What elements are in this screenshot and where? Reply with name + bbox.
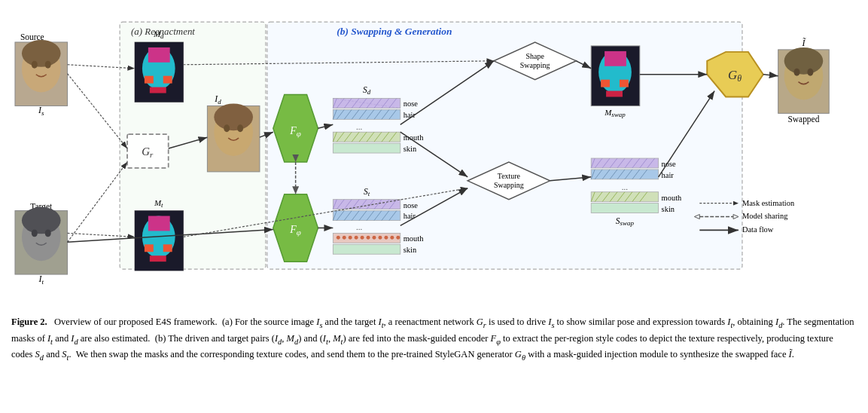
svg-point-109 <box>337 236 340 240</box>
svg-line-90 <box>359 200 367 210</box>
diagram: (a) Reenactment (b) Swapping & Generatio… <box>11 8 857 309</box>
svg-point-28 <box>142 216 175 259</box>
svg-line-139 <box>595 158 602 168</box>
svg-line-63 <box>352 109 359 119</box>
svg-line-66 <box>374 109 382 119</box>
svg-rect-121 <box>333 244 400 254</box>
svg-text:Swapping: Swapping <box>520 61 550 69</box>
svg-text:hair: hair <box>662 171 675 179</box>
svg-marker-42 <box>273 95 318 162</box>
svg-text:...: ... <box>356 122 362 131</box>
svg-rect-21 <box>148 47 170 63</box>
svg-rect-24 <box>150 87 166 93</box>
svg-line-104 <box>382 211 389 221</box>
svg-line-102 <box>367 211 374 221</box>
svg-rect-27 <box>135 211 184 271</box>
svg-line-191 <box>318 124 333 128</box>
svg-line-72 <box>333 132 337 142</box>
svg-point-111 <box>349 236 352 240</box>
svg-text:Mask estimation: Mask estimation <box>742 199 795 207</box>
svg-text:Sd: Sd <box>363 85 371 96</box>
svg-text:hair: hair <box>404 212 416 220</box>
svg-line-185 <box>68 162 128 242</box>
svg-line-55 <box>374 98 382 108</box>
svg-rect-132 <box>605 51 626 66</box>
svg-line-103 <box>374 211 382 221</box>
svg-line-68 <box>389 109 397 119</box>
svg-line-138 <box>591 158 595 168</box>
svg-point-131 <box>598 51 632 93</box>
svg-text:Texture: Texture <box>498 172 521 180</box>
svg-point-38 <box>237 124 243 132</box>
svg-marker-207 <box>694 215 699 219</box>
svg-line-53 <box>359 98 367 108</box>
svg-text:(a) Reenactment: (a) Reenactment <box>131 26 195 37</box>
svg-line-162 <box>602 192 610 202</box>
caption-figure-label: Figure 2. <box>11 317 47 327</box>
svg-line-146 <box>647 158 655 168</box>
svg-line-49 <box>333 98 337 108</box>
svg-line-164 <box>617 192 625 202</box>
svg-text:Swapped: Swapped <box>788 115 820 124</box>
svg-line-51 <box>344 98 352 108</box>
svg-line-91 <box>367 200 374 210</box>
svg-rect-59 <box>333 109 400 119</box>
svg-rect-29 <box>148 216 170 231</box>
svg-line-199 <box>550 177 592 181</box>
svg-text:Mt: Mt <box>154 198 163 209</box>
svg-point-112 <box>355 236 358 240</box>
svg-rect-26 <box>135 211 184 271</box>
svg-line-186 <box>169 137 208 148</box>
svg-line-48 <box>333 98 400 108</box>
svg-marker-44 <box>273 194 318 262</box>
svg-line-166 <box>632 192 640 202</box>
svg-marker-204 <box>733 201 739 206</box>
svg-line-153 <box>617 170 625 179</box>
svg-line-190 <box>68 229 273 242</box>
svg-point-114 <box>367 236 370 240</box>
svg-point-20 <box>142 47 175 90</box>
svg-line-194 <box>184 188 468 237</box>
svg-rect-134 <box>620 80 629 87</box>
caption-text: Overview of our proposed E4S framework. … <box>11 317 854 359</box>
svg-text:Md: Md <box>153 29 164 40</box>
svg-rect-174 <box>778 50 830 113</box>
svg-line-142 <box>617 158 625 168</box>
svg-point-16 <box>45 229 51 237</box>
svg-line-105 <box>389 211 397 221</box>
svg-line-61 <box>337 109 344 119</box>
svg-line-88 <box>344 200 352 210</box>
svg-rect-23 <box>163 76 172 84</box>
svg-line-189 <box>260 132 273 137</box>
svg-line-98 <box>337 211 344 221</box>
svg-rect-40 <box>127 134 169 168</box>
svg-text:Model sharing: Model sharing <box>742 212 788 220</box>
svg-text:Data flow: Data flow <box>742 225 774 234</box>
svg-rect-12 <box>15 211 68 274</box>
svg-line-155 <box>632 170 640 179</box>
svg-rect-130 <box>591 46 640 106</box>
svg-line-184 <box>68 74 128 148</box>
svg-text:nose: nose <box>662 160 676 168</box>
svg-text:skin: skin <box>662 205 675 213</box>
svg-line-143 <box>625 158 632 168</box>
svg-line-99 <box>344 211 352 221</box>
svg-rect-96 <box>333 211 400 221</box>
svg-line-140 <box>602 158 610 168</box>
svg-rect-19 <box>135 42 184 102</box>
svg-line-161 <box>595 192 602 202</box>
svg-line-151 <box>602 170 610 179</box>
svg-line-97 <box>333 211 337 221</box>
svg-text:Fφ: Fφ <box>289 125 301 138</box>
figure-caption: Figure 2. Overview of our proposed E4S f… <box>11 315 857 364</box>
svg-text:mouth: mouth <box>404 133 424 142</box>
svg-line-100 <box>352 211 359 221</box>
svg-line-154 <box>625 170 632 179</box>
svg-rect-1 <box>267 22 742 269</box>
svg-line-56 <box>382 98 389 108</box>
svg-point-176 <box>784 47 824 75</box>
svg-line-198 <box>576 61 591 69</box>
svg-line-167 <box>640 192 647 202</box>
svg-text:mouth: mouth <box>662 194 682 202</box>
svg-line-188 <box>68 233 135 237</box>
